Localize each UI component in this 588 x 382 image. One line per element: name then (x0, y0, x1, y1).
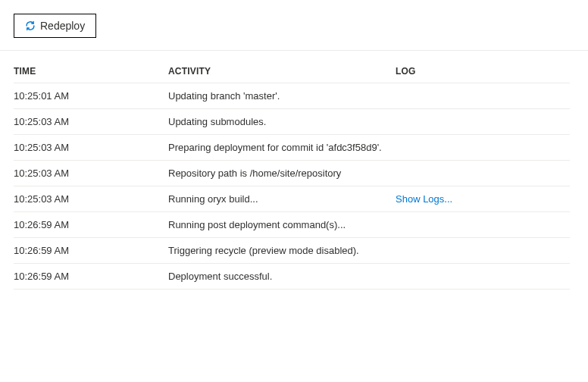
cell-log (396, 135, 570, 161)
table-row: 10:25:03 AMRepository path is /home/site… (14, 161, 570, 186)
deployment-log-table: TIME ACTIVITY LOG 10:25:01 AMUpdating br… (14, 58, 570, 290)
cell-log (396, 83, 570, 109)
cell-time: 10:25:03 AM (14, 135, 168, 161)
redeploy-button-label: Redeploy (40, 20, 85, 32)
cell-log (396, 264, 570, 290)
col-header-time: TIME (14, 58, 168, 83)
cell-activity: Preparing deployment for commit id 'afdc… (168, 135, 396, 161)
cell-activity: Running oryx build... (168, 186, 396, 212)
cell-log (396, 238, 570, 264)
cell-time: 10:25:01 AM (14, 83, 168, 109)
table-row: 10:25:03 AMPreparing deployment for comm… (14, 135, 570, 161)
redeploy-button[interactable]: Redeploy (14, 14, 96, 38)
table-row: 10:26:59 AMTriggering recycle (preview m… (14, 238, 570, 264)
cell-log (396, 212, 570, 238)
show-logs-link[interactable]: Show Logs... (396, 193, 452, 205)
cell-time: 10:26:59 AM (14, 212, 168, 238)
cell-time: 10:25:03 AM (14, 161, 168, 186)
cell-time: 10:25:03 AM (14, 109, 168, 135)
cell-log: Show Logs... (396, 186, 570, 212)
cell-activity: Updating branch 'master'. (168, 83, 396, 109)
table-row: 10:25:01 AMUpdating branch 'master'. (14, 83, 570, 109)
cell-activity: Repository path is /home/site/repository (168, 161, 396, 186)
cell-time: 10:26:59 AM (14, 238, 168, 264)
cell-activity: Updating submodules. (168, 109, 396, 135)
table-row: 10:26:59 AMRunning post deployment comma… (14, 212, 570, 238)
cell-activity: Deployment successful. (168, 264, 396, 290)
cell-activity: Triggering recycle (preview mode disable… (168, 238, 396, 264)
redeploy-icon (25, 20, 36, 31)
col-header-activity: ACTIVITY (168, 58, 396, 83)
table-row: 10:25:03 AMUpdating submodules. (14, 109, 570, 135)
toolbar-separator (0, 50, 588, 51)
cell-log (396, 109, 570, 135)
cell-time: 10:25:03 AM (14, 186, 168, 212)
cell-time: 10:26:59 AM (14, 264, 168, 290)
cell-activity: Running post deployment command(s)... (168, 212, 396, 238)
cell-log (396, 161, 570, 186)
table-row: 10:26:59 AMDeployment successful. (14, 264, 570, 290)
table-row: 10:25:03 AMRunning oryx build...Show Log… (14, 186, 570, 212)
col-header-log: LOG (396, 58, 570, 83)
